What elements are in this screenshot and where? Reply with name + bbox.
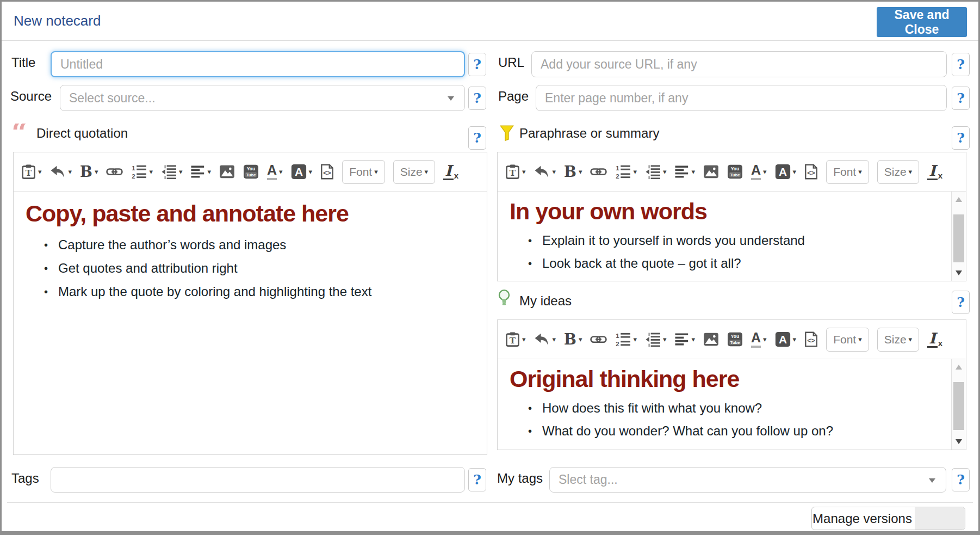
tags-help-button[interactable]: ? <box>468 468 486 491</box>
scroll-down-button[interactable] <box>956 439 962 444</box>
scroll-up-button[interactable] <box>956 197 962 202</box>
remove-format-icon[interactable]: Ix <box>927 331 942 348</box>
align-icon[interactable]: ▾ <box>674 165 695 179</box>
url-input[interactable] <box>531 51 947 77</box>
chevron-down-icon: ▾ <box>579 336 582 343</box>
chevron-down-icon: ▾ <box>663 168 667 175</box>
quotation-heading: Copy, paste and annotate here <box>26 200 475 227</box>
chevron-down-icon: ▾ <box>522 336 526 343</box>
source-select[interactable]: Select source... <box>60 85 465 111</box>
chevron-down-icon: ▾ <box>793 336 797 343</box>
size-dropdown[interactable]: Size▾ <box>877 160 919 184</box>
indent-icon[interactable]: ▾ <box>161 164 183 179</box>
font-dropdown[interactable]: Font▾ <box>826 328 869 352</box>
remove-format-icon[interactable]: Ix <box>443 163 458 180</box>
font-dropdown[interactable]: Font▾ <box>342 160 385 184</box>
size-dropdown[interactable]: Size▾ <box>393 160 435 184</box>
scrollbar[interactable] <box>951 192 966 281</box>
source-code-icon[interactable]: <> <box>804 164 818 180</box>
bold-icon[interactable]: B▾ <box>80 164 98 179</box>
scroll-up-button[interactable] <box>956 365 962 370</box>
paraphrase-help-button[interactable]: ? <box>952 126 970 150</box>
ideas-bullet-list: How does this fit with what you know? Wh… <box>542 401 939 438</box>
svg-text:Tube: Tube <box>730 173 741 177</box>
paraphrase-heading: In your own words <box>510 198 939 225</box>
scroll-down-button[interactable] <box>956 270 962 275</box>
bold-icon[interactable]: B▾ <box>564 164 582 179</box>
font-dropdown[interactable]: Font▾ <box>826 160 869 184</box>
ideas-help-button[interactable]: ? <box>952 291 970 314</box>
my-tags-select-placeholder: Slect tag... <box>559 472 618 487</box>
undo-icon[interactable]: ▾ <box>534 165 556 179</box>
page-help-button[interactable]: ? <box>952 87 970 110</box>
undo-icon[interactable]: ▾ <box>50 165 72 179</box>
background-color-icon[interactable]: A▾ <box>775 164 797 180</box>
chevron-down-icon: ▾ <box>309 168 313 175</box>
quotation-toolbar: T▾▾B▾12▾▾▾YouTubeA▾A▾<>Font▾Size▾Ix <box>14 152 487 192</box>
save-and-close-button[interactable]: Save and Close <box>877 7 967 37</box>
svg-text:<>: <> <box>807 169 815 177</box>
svg-text:1: 1 <box>132 165 136 171</box>
my-tags-select[interactable]: Slect tag... <box>549 467 946 493</box>
chevron-down-icon: ▾ <box>763 336 767 343</box>
numbered-list-icon[interactable]: 12▾ <box>615 164 637 179</box>
title-help-button[interactable]: ? <box>468 53 486 76</box>
paste-icon[interactable]: T▾ <box>505 164 526 180</box>
quotation-editor: T▾▾B▾12▾▾▾YouTubeA▾A▾<>Font▾Size▾Ix Copy… <box>13 152 487 455</box>
tags-input[interactable] <box>51 467 465 493</box>
quotation-help-button[interactable]: ? <box>468 126 486 150</box>
source-code-icon[interactable]: <> <box>320 164 334 180</box>
image-icon[interactable] <box>703 165 719 179</box>
youtube-icon[interactable]: YouTube <box>243 164 259 179</box>
scrollbar[interactable] <box>951 359 966 450</box>
image-icon[interactable] <box>703 333 719 346</box>
dialog-header: New notecard Save and Close <box>2 2 978 41</box>
svg-text:A: A <box>779 333 787 346</box>
indent-icon[interactable]: ▾ <box>645 332 667 347</box>
bold-icon[interactable]: B▾ <box>564 332 582 347</box>
remove-format-icon[interactable]: Ix <box>927 163 942 180</box>
background-color-icon[interactable]: A▾ <box>775 331 797 347</box>
background-color-icon[interactable]: A▾ <box>291 164 313 180</box>
chevron-down-icon: ▾ <box>69 168 72 175</box>
paste-icon[interactable]: T▾ <box>505 331 526 347</box>
source-help-button[interactable]: ? <box>468 87 486 110</box>
paraphrase-content[interactable]: In your own words Explain it to yourself… <box>498 192 951 281</box>
link-icon[interactable] <box>590 167 607 177</box>
chevron-down-icon: ▾ <box>691 168 695 175</box>
page-input[interactable] <box>536 85 947 111</box>
numbered-list-icon[interactable]: 12▾ <box>131 164 153 179</box>
my-tags-help-button[interactable]: ? <box>952 468 970 491</box>
list-item: Look back at the quote – got it all? <box>542 256 939 270</box>
indent-icon[interactable]: ▾ <box>645 164 667 179</box>
text-color-icon[interactable]: A▾ <box>751 163 767 180</box>
align-icon[interactable]: ▾ <box>190 165 211 179</box>
chevron-down-icon: ▾ <box>763 168 767 175</box>
chevron-down-icon: ▾ <box>149 168 153 175</box>
numbered-list-icon[interactable]: 12▾ <box>615 332 637 347</box>
quotation-content[interactable]: Copy, paste and annotate here Capture th… <box>14 192 487 454</box>
undo-icon[interactable]: ▾ <box>534 333 556 346</box>
chevron-down-icon: ▾ <box>663 336 667 343</box>
text-color-icon[interactable]: A▾ <box>267 163 283 180</box>
image-icon[interactable] <box>219 165 235 179</box>
list-item: How does this fit with what you know? <box>542 401 939 415</box>
size-dropdown[interactable]: Size▾ <box>877 328 919 352</box>
manage-versions-button[interactable]: Manage versions <box>811 507 965 530</box>
paste-icon[interactable]: T▾ <box>21 164 42 180</box>
link-icon[interactable] <box>106 167 123 177</box>
link-icon[interactable] <box>590 334 607 345</box>
url-help-button[interactable]: ? <box>952 53 970 76</box>
ideas-content[interactable]: Original thinking here How does this fit… <box>498 359 951 450</box>
youtube-icon[interactable]: YouTube <box>727 332 743 347</box>
youtube-icon[interactable]: YouTube <box>727 164 743 179</box>
align-icon[interactable]: ▾ <box>674 333 695 346</box>
chevron-down-icon: ▾ <box>522 168 526 175</box>
scroll-thumb[interactable] <box>953 382 964 430</box>
text-color-icon[interactable]: A▾ <box>751 331 767 348</box>
source-code-icon[interactable]: <> <box>804 331 818 347</box>
title-input[interactable] <box>51 51 465 77</box>
lightbulb-icon <box>498 289 511 307</box>
list-item: Mark up the quote by coloring and highli… <box>58 285 475 299</box>
scroll-thumb[interactable] <box>953 214 964 262</box>
